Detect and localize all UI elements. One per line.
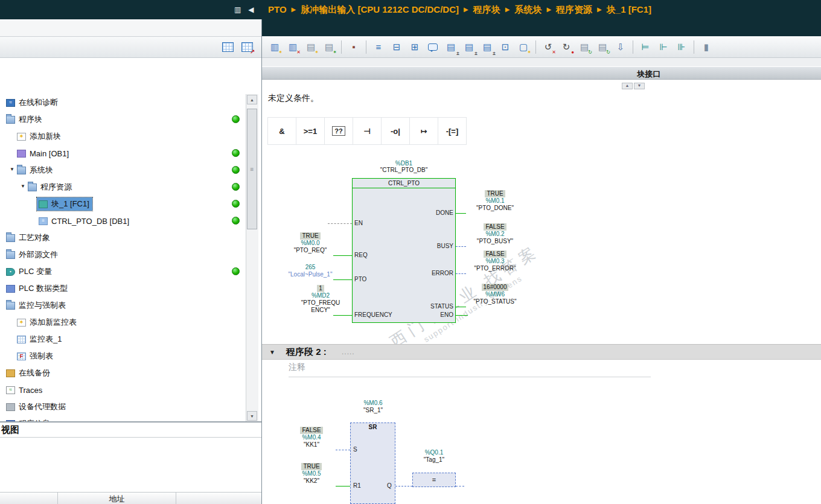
- network2-header[interactable]: ▼ 程序段 2 : .....: [262, 344, 821, 360]
- breadcrumb-segment[interactable]: 块_1 [FC1]: [607, 4, 651, 14]
- proxy-icon: [6, 403, 15, 411]
- operand-q[interactable]: %Q0.1 "Tag_1": [407, 449, 461, 464]
- call-environment-icon[interactable]: ▮: [698, 39, 714, 55]
- scroll-up-icon[interactable]: ▲: [247, 95, 257, 104]
- empty-box-icon[interactable]: ??: [324, 117, 353, 145]
- operand-done[interactable]: TRUE %M0.1 "PTO_DONE": [464, 190, 526, 212]
- scrollbar-thumb[interactable]: ≡: [247, 109, 257, 229]
- types-icon: [6, 285, 15, 293]
- tree-item-technology-objects[interactable]: 工艺对象: [4, 231, 53, 244]
- operand-r1[interactable]: TRUE %M0.5 "KK2": [280, 463, 343, 485]
- toolbar-separator: [694, 40, 694, 54]
- open-in-editor-button[interactable]: [239, 39, 255, 55]
- pin-pto: PTO: [354, 276, 366, 283]
- assignment-coil[interactable]: =: [412, 473, 456, 487]
- symbol-information-icon[interactable]: ▤±: [461, 39, 477, 55]
- keep-actual-values-icon[interactable]: ▪: [346, 39, 362, 55]
- sr-block[interactable]: SR: [350, 423, 395, 504]
- tree-item-force-table[interactable]: 强制表: [15, 349, 56, 363]
- insert-comment-icon[interactable]: ▤✶: [321, 39, 337, 55]
- tree-item-label: 监控与强制表: [19, 300, 66, 311]
- insert-input-icon[interactable]: ⊣: [353, 117, 382, 145]
- tree-item-online-backups[interactable]: 在线备份: [4, 366, 53, 380]
- expand-up-icon[interactable]: ▲: [622, 83, 633, 89]
- block-interface-bar[interactable]: 块接口: [262, 66, 821, 80]
- tree-scrollbar[interactable]: ▲ ≡ ▼: [246, 94, 258, 421]
- tree-item-traces[interactable]: Traces: [4, 383, 45, 397]
- operand-error[interactable]: FALSE %M0.3 "PTO_ERROR": [464, 250, 526, 272]
- tree-item-add-new-watch-table[interactable]: 添加新监控表: [15, 316, 80, 329]
- tree-row: CTRL_PTO_DB [DB1]: [0, 212, 261, 229]
- tree-item-add-new-block[interactable]: 添加新块: [15, 130, 64, 143]
- breadcrumb-segment[interactable]: 程序块: [473, 4, 500, 14]
- go-to-next-error-icon[interactable]: ↻●: [558, 39, 574, 55]
- toolbar-separator: [341, 40, 342, 54]
- tree-item-program-blocks[interactable]: 程序块: [4, 113, 45, 126]
- tree-item-watch-table-1[interactable]: 监控表_1: [15, 333, 65, 346]
- tree-item-program-resources[interactable]: 程序资源: [26, 180, 75, 194]
- expand-all-networks-icon[interactable]: ≡: [371, 39, 386, 55]
- and-box-icon[interactable]: &: [267, 117, 296, 145]
- absolute-symbolic-operands-icon[interactable]: ▤±: [443, 39, 459, 55]
- collapse-panel-icon[interactable]: ◀: [248, 5, 254, 14]
- or-box-icon[interactable]: >=1: [296, 117, 325, 145]
- update-block-calls-ic[interactable]: ▤↻: [577, 39, 592, 55]
- tree-row: Main [OB1]: [0, 145, 261, 162]
- open-branch-icon[interactable]: ↦: [409, 117, 438, 145]
- wire-error: [456, 273, 466, 274]
- tree-item-plc-data-types[interactable]: PLC 数据类型: [4, 282, 71, 295]
- breadcrumb-segment[interactable]: PTO: [268, 4, 287, 14]
- pin-busy: BUSY: [401, 243, 453, 250]
- consistency-check-icon[interactable]: ▤↻: [595, 39, 610, 55]
- network-comments-toggle-icon[interactable]: [425, 39, 441, 55]
- monitoring-toggle-icon[interactable]: ⊩: [656, 39, 671, 55]
- operand-busy[interactable]: FALSE %M0.2 "PTO_BUSY": [464, 223, 526, 245]
- delete-network-icon[interactable]: ▥✕: [285, 39, 301, 55]
- breadcrumb-segment[interactable]: 系统块: [514, 4, 541, 14]
- operand-sr[interactable]: %M0.6 "SR_1": [343, 400, 403, 414]
- operand-s[interactable]: FALSE %M0.4 "KK1": [280, 427, 343, 448]
- tree-item-block-1-fc1[interactable]: 块_1 [FC1]: [37, 197, 92, 211]
- negate-input-icon[interactable]: -o|: [381, 117, 410, 145]
- table-view-button[interactable]: [220, 39, 235, 55]
- favorites-toggle-icon[interactable]: ▢✶: [516, 39, 531, 55]
- operand-display-icon[interactable]: ▤±: [479, 39, 495, 55]
- panes-icon[interactable]: ▥: [234, 5, 241, 14]
- network-collapse-icon[interactable]: ▼: [269, 349, 275, 356]
- interface-resize-handle[interactable]: ▲ ▼: [622, 83, 645, 89]
- monitoring-snapshot-icon[interactable]: ⊪: [674, 39, 689, 55]
- breadcrumb-segment[interactable]: 脉冲输出输入 [CPU 1212C DC/DC/DC]: [301, 4, 459, 14]
- block-interface-toggle-icon[interactable]: ⊡: [497, 39, 513, 55]
- operand-frequency[interactable]: 1 %MD2 "PTO_FREQUENCY": [299, 285, 342, 314]
- open-all-networks-icon[interactable]: ⊟: [389, 39, 404, 55]
- collapse-down-icon[interactable]: ▼: [634, 83, 645, 89]
- db-instance-label[interactable]: %DB1 "CTRL_PTO_DB": [352, 160, 456, 173]
- download-icon[interactable]: ⇩: [613, 39, 628, 55]
- tree-item-watch-force-tables[interactable]: 监控与强制表: [4, 299, 69, 312]
- operand-pto[interactable]: 265 "Local~Pulse_1": [279, 264, 342, 278]
- operand-req[interactable]: TRUE %M0.0 "PTO_REQ": [279, 232, 342, 254]
- tree-item-device-proxy-data[interactable]: 设备代理数据: [4, 400, 69, 413]
- insert-empty-box-icon[interactable]: ▤✶: [303, 39, 319, 55]
- operand-status[interactable]: 16#0000 %MW6 "PTO_STATUS": [464, 284, 526, 305]
- go-to-previous-error-icon[interactable]: ↺✕: [540, 39, 556, 55]
- operand-status-tag: "PTO_STATUS": [464, 298, 526, 305]
- go-online-icon[interactable]: ⊨: [637, 39, 653, 55]
- tree-item-program-info[interactable]: 程序信息: [4, 417, 53, 421]
- breadcrumb-segment[interactable]: 程序资源: [556, 4, 592, 14]
- tree-item-label: 工艺对象: [19, 232, 50, 243]
- tree-item-ctrl-pto-db-db1[interactable]: CTRL_PTO_DB [DB1]: [37, 214, 132, 228]
- wire-coil-out: [456, 486, 464, 486]
- tree-item-system-blocks[interactable]: 系统块: [15, 164, 56, 177]
- network2-comment[interactable]: 注释: [289, 362, 305, 373]
- insert-network-icon[interactable]: ▥✶: [267, 39, 283, 55]
- tree-item-external-source-files[interactable]: 外部源文件: [4, 248, 61, 261]
- scroll-down-icon[interactable]: ▼: [247, 411, 257, 421]
- tree-item-plc-tags[interactable]: PLC 变量: [4, 265, 55, 278]
- tree-item-main-ob1[interactable]: Main [OB1]: [15, 147, 72, 160]
- assignment-icon[interactable]: -[=]: [438, 117, 467, 145]
- tree-item-online-diagnostics[interactable]: 在线和诊断: [4, 96, 61, 109]
- breadcrumb-separator-icon: ▶: [505, 6, 510, 13]
- ctrl-pto-block[interactable]: CTRL_PTO: [352, 178, 456, 323]
- close-all-networks-icon[interactable]: ⊞: [407, 39, 423, 55]
